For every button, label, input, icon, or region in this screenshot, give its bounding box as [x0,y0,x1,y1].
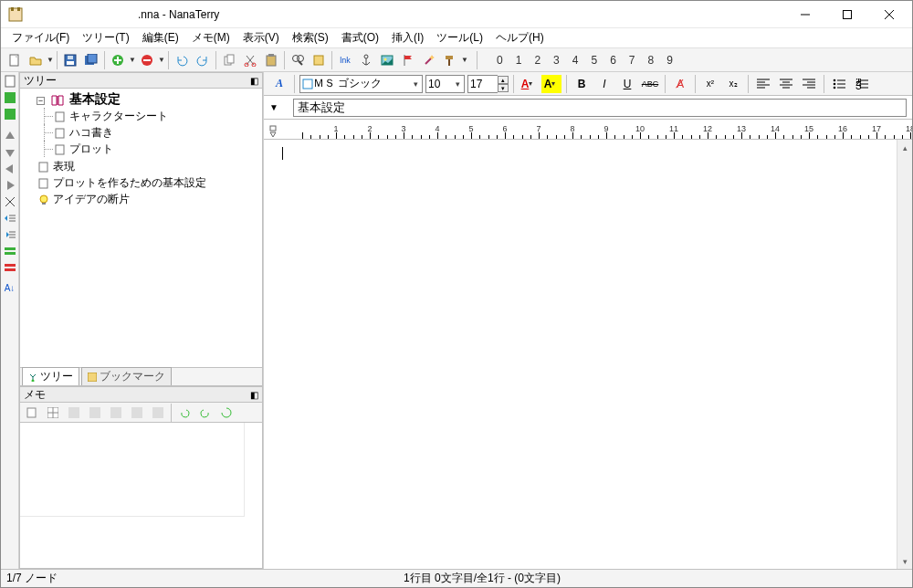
memo-refresh-icon[interactable] [216,403,236,423]
menu-file[interactable]: ファイル(F) [6,28,75,47]
style-8[interactable]: 8 [648,54,655,67]
vt-green1-icon[interactable] [3,90,17,105]
tree-node-plot[interactable]: プロット [69,142,113,155]
vt-up-icon[interactable] [3,129,17,143]
close-button[interactable] [868,2,910,27]
ruler-margin-handle[interactable] [268,124,278,139]
highlight-button[interactable]: A▾ [541,75,561,93]
tree-node-char-sheet[interactable]: キャラクターシート [69,110,168,122]
align-right-button[interactable] [799,75,819,93]
flag-icon[interactable] [398,50,418,70]
open-file-icon[interactable] [26,50,46,70]
style-7[interactable]: 7 [629,54,635,67]
vertical-scrollbar[interactable]: ▴ ▾ [897,140,912,569]
memo-btn5-icon[interactable] [106,403,126,423]
style-1[interactable]: 1 [516,54,522,67]
image-icon[interactable] [377,50,397,70]
add-dropdown[interactable]: ▼ [129,56,136,64]
tree-node-plot-settings[interactable]: プロットを作るための基本設定 [53,176,206,189]
number-list-button[interactable]: 123 [852,75,872,93]
menu-help[interactable]: ヘルプ(H) [490,28,550,47]
style-6[interactable]: 6 [610,54,616,67]
vt-left-icon[interactable] [3,162,17,176]
vt-bar1-icon[interactable] [3,244,17,258]
style-4[interactable]: 4 [572,54,579,67]
chevron-down-icon[interactable]: ▾ [412,79,420,89]
save-icon[interactable] [60,50,80,70]
scroll-up-icon[interactable]: ▴ [897,140,912,155]
style-0[interactable]: 0 [497,54,503,67]
line-height-spinner[interactable]: ▴▾ [498,76,509,92]
redo-icon[interactable] [193,50,213,70]
font-size-combo[interactable]: ▾ [425,75,465,93]
menu-format[interactable]: 書式(O) [336,28,384,47]
memo-btn4-icon[interactable] [85,403,105,423]
hammer-icon[interactable] [440,50,460,70]
menu-insert[interactable]: 挿入(I) [386,28,429,47]
tree-collapse-icon[interactable]: − [37,97,45,105]
memo-text-area[interactable] [19,423,263,569]
memo-redo-icon[interactable] [195,403,215,423]
anchor-icon[interactable] [356,50,376,70]
wand-icon[interactable] [419,50,439,70]
paste-icon[interactable] [261,50,281,70]
vt-down-icon[interactable] [3,145,17,160]
menu-memo[interactable]: メモ(M) [186,28,236,47]
align-center-button[interactable] [776,75,796,93]
bookmark-tool-icon[interactable] [309,50,329,70]
tool-dropdown[interactable]: ▼ [461,56,468,64]
vt-indent-icon[interactable] [3,227,17,242]
tree-node-box-write[interactable]: ハコ書き [69,126,113,139]
bold-button[interactable]: B [572,75,592,93]
font-name-combo[interactable]: ▾ [299,75,423,93]
tree-node-expression[interactable]: 表現 [53,160,75,173]
open-dropdown[interactable]: ▼ [47,56,54,64]
tab-tree[interactable]: ツリー [22,367,79,385]
vt-sort-icon[interactable]: A↓ [3,280,17,295]
remove-dropdown[interactable]: ▼ [158,56,165,64]
font-dialog-icon[interactable]: A [269,75,289,93]
chevron-down-icon[interactable]: ▾ [454,79,462,89]
memo-new-icon[interactable] [22,403,42,423]
tree-node-idea[interactable]: アイデアの断片 [53,193,130,205]
add-node-icon[interactable] [108,50,128,70]
font-size-input[interactable] [428,78,454,90]
vt-green2-icon[interactable] [3,107,17,121]
font-name-input[interactable] [313,78,412,90]
style-5[interactable]: 5 [591,54,597,67]
vt-x-icon[interactable] [3,194,17,209]
new-file-icon[interactable] [5,50,25,70]
memo-undo-icon[interactable] [174,403,194,423]
style-9[interactable]: 9 [666,54,673,67]
strike-button[interactable]: ABC [640,75,660,93]
save-all-icon[interactable] [81,50,101,70]
memo-panel-pin-icon[interactable]: ◧ [250,390,258,400]
tree-view[interactable]: − 基本設定 キャラクターシート ハコ書き プロット 表現 プロットを作るための… [19,89,263,368]
tree-root-node[interactable]: 基本設定 [69,91,121,106]
ruler[interactable]: 123456789101112131415161718 [264,120,912,140]
memo-btn3-icon[interactable] [64,403,84,423]
remove-node-icon[interactable] [137,50,157,70]
superscript-button[interactable]: x² [700,75,720,93]
find-icon[interactable] [288,50,308,70]
vt-bar2-icon[interactable] [3,260,17,275]
style-3[interactable]: 3 [553,54,560,67]
vt-doc-icon[interactable] [3,74,17,89]
style-2[interactable]: 2 [534,54,540,67]
line-height-field[interactable] [467,75,498,93]
undo-icon[interactable] [172,50,192,70]
cut-icon[interactable] [240,50,260,70]
clear-format-button[interactable]: A̸ [670,75,690,93]
bullet-list-button[interactable] [829,75,849,93]
text-area[interactable] [264,140,897,569]
tree-panel-pin-icon[interactable]: ◧ [250,76,258,86]
menu-view[interactable]: 表示(V) [237,28,285,47]
line-height-input[interactable] [470,78,496,90]
maximize-button[interactable] [826,2,868,27]
memo-btn7-icon[interactable] [148,403,168,423]
menu-edit[interactable]: 編集(E) [137,28,184,47]
title-dropdown-icon[interactable]: ▼ [269,102,288,112]
scroll-down-icon[interactable]: ▾ [897,553,912,569]
menu-tool[interactable]: ツール(L) [431,28,488,47]
font-color-button[interactable]: A▾ [519,75,539,93]
